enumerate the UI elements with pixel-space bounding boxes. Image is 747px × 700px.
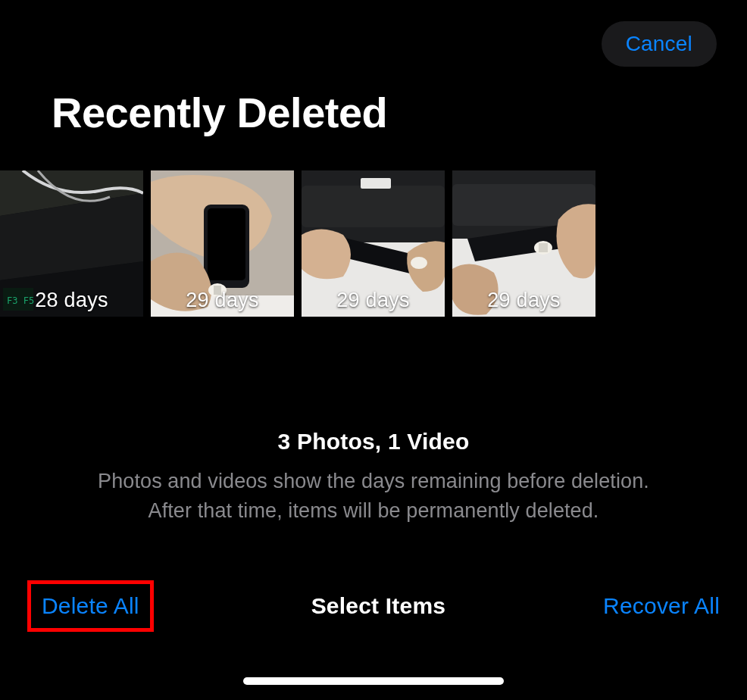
bottom-toolbar: Delete All Select Items Recover All — [0, 580, 747, 632]
photo-thumbnail[interactable]: F3 F5 28 days — [0, 170, 143, 317]
photo-thumbnail[interactable]: 29 days — [151, 170, 294, 317]
recover-all-button[interactable]: Recover All — [603, 593, 720, 619]
svg-rect-9 — [208, 208, 245, 280]
svg-rect-23 — [539, 243, 548, 252]
photo-thumbnail[interactable]: 29 days — [302, 170, 445, 317]
summary-line-1: Photos and videos show the days remainin… — [98, 470, 649, 492]
thumbnail-days-label: 29 days — [302, 289, 445, 312]
select-items-label: Select Items — [311, 593, 446, 619]
summary-description: Photos and videos show the days remainin… — [0, 467, 747, 526]
thumbnail-row: F3 F5 28 days 29 days 29 days — [0, 170, 747, 317]
page-title: Recently Deleted — [0, 67, 747, 137]
summary-line-2: After that time, items will be permanent… — [148, 499, 599, 522]
svg-point-17 — [411, 257, 427, 269]
top-bar: Cancel — [0, 0, 747, 67]
delete-all-button[interactable]: Delete All — [42, 593, 139, 619]
home-indicator[interactable] — [243, 677, 504, 685]
svg-rect-15 — [361, 178, 391, 189]
thumbnail-days-label: 28 days — [0, 289, 143, 312]
thumbnail-days-label: 29 days — [452, 289, 595, 312]
summary-section: 3 Photos, 1 Video Photos and videos show… — [0, 429, 747, 526]
photo-thumbnail[interactable]: 29 days — [452, 170, 595, 317]
svg-rect-14 — [302, 186, 445, 227]
summary-count: 3 Photos, 1 Video — [0, 429, 747, 455]
delete-all-highlight: Delete All — [27, 580, 154, 632]
cancel-button[interactable]: Cancel — [602, 21, 717, 67]
thumbnail-days-label: 29 days — [151, 289, 294, 312]
